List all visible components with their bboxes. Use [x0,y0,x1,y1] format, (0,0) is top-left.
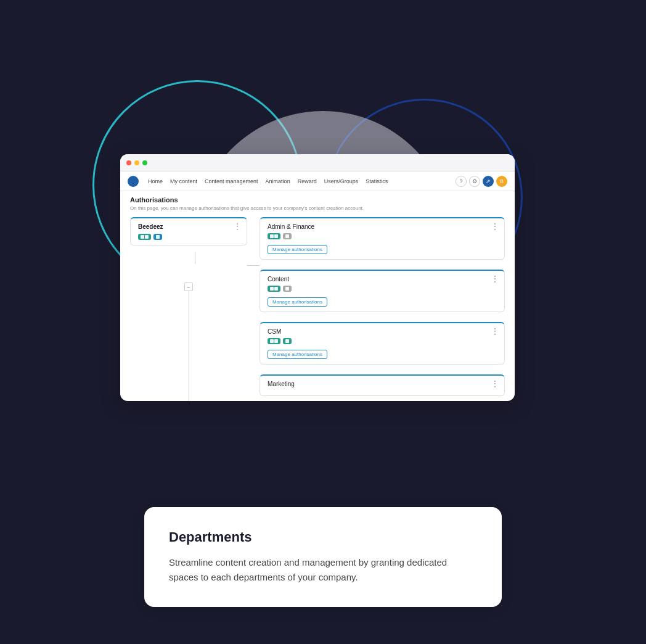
dept-more-button-content[interactable]: ⋮ [491,275,499,283]
info-card: Departments Streamline content creation … [144,507,502,607]
user-avatar[interactable]: B [496,176,507,187]
company-name: Beedeez [138,223,239,230]
company-icon-group-blue [153,234,162,240]
dept-more-button-csm[interactable]: ⋮ [491,327,499,336]
icon-dot [285,339,289,343]
dept-connection-marketing: ⋮ Marketing [260,374,505,401]
dept-connection-admin-finance: ⋮ Admin & Finance Manage authorisations [260,217,505,265]
dept-connection-csm: ⋮ CSM Manage authorisations [260,322,505,369]
dept-card-admin-finance: ⋮ Admin & Finance Manage authorisations [260,217,505,260]
dept-more-button-marketing[interactable]: ⋮ [491,379,499,388]
company-card: ⋮ Beedeez [130,217,247,246]
dept-icons-content [268,286,497,292]
app-logo [128,176,139,187]
browser-dot-minimize[interactable] [134,160,139,165]
dept-icon-gray-1 [283,233,292,239]
dept-icon-green-2 [268,286,280,292]
dept-icons-csm [268,338,497,344]
dept-icon-green-3 [268,338,280,344]
info-card-title: Departments [169,529,477,545]
info-card-description: Streamline content creation and manageme… [169,555,477,585]
browser-dot-maximize[interactable] [142,160,147,165]
nav-home[interactable]: Home [145,177,166,186]
horizontal-branch [247,265,260,266]
icon-dot [141,235,144,239]
icon-dot [156,235,160,239]
dept-name-admin-finance: Admin & Finance [268,223,497,230]
manage-auth-button-content[interactable]: Manage authorisations [268,297,327,307]
dept-name-marketing: Marketing [268,381,497,387]
company-more-button[interactable]: ⋮ [234,222,242,231]
nav-reward[interactable]: Reward [295,177,320,186]
dept-icon-green-3b [283,338,292,344]
icon-dot [274,287,278,291]
icon-dot [270,287,274,291]
nav-content-management[interactable]: Content management [202,177,261,186]
company-icon-group-green [138,234,151,240]
auth-tree: ⋮ Beedeez − [130,217,505,401]
icon-dot [285,287,289,291]
nav-users-groups[interactable]: Users/Groups [321,177,362,186]
page-title: Authorisations [130,196,505,204]
dept-connection-content: ⋮ Content Manage authorisations [260,270,505,317]
page-content: Authorisations On this page, you can man… [120,191,515,401]
dept-icon-gray-2 [283,286,292,292]
nav-icon-group: ? ⚙ ⇗ B [456,176,507,187]
dept-icons-admin-finance [268,233,497,239]
icon-dot [145,235,149,239]
nav-my-content[interactable]: My content [167,177,200,186]
vertical-connector [195,252,195,264]
dept-name-content: Content [268,276,497,283]
icon-dot [270,234,274,238]
dept-icon-green-1 [268,233,280,239]
vertical-line [189,291,189,401]
department-list: ⋮ Admin & Finance Manage authorisations [260,217,505,401]
dept-card-content: ⋮ Content Manage authorisations [260,270,505,312]
icon-dot [274,339,278,343]
share-icon-button[interactable]: ⇗ [483,176,494,187]
collapse-button[interactable]: − [184,283,193,291]
manage-auth-button-admin-finance[interactable]: Manage authorisations [268,245,327,254]
nav-animation[interactable]: Animation [263,177,293,186]
browser-dot-close[interactable] [126,160,131,165]
browser-window: Home My content Content management Anima… [120,154,515,401]
dept-card-csm: ⋮ CSM Manage authorisations [260,322,505,365]
manage-auth-button-csm[interactable]: Manage authorisations [268,350,327,359]
dept-more-button-admin-finance[interactable]: ⋮ [491,222,499,231]
company-card-icons [138,234,239,240]
dept-name-csm: CSM [268,328,497,335]
dept-card-marketing: ⋮ Marketing [260,374,505,396]
gear-icon-button[interactable]: ⚙ [469,176,480,187]
help-icon-button[interactable]: ? [456,176,467,187]
app-navbar: Home My content Content management Anima… [120,171,515,191]
page-description: On this page, you can manage authorisati… [130,205,505,211]
icon-dot [285,234,289,238]
icon-dot [270,339,274,343]
browser-topbar [120,154,515,171]
icon-dot [274,234,278,238]
nav-statistics[interactable]: Statistics [362,177,391,186]
